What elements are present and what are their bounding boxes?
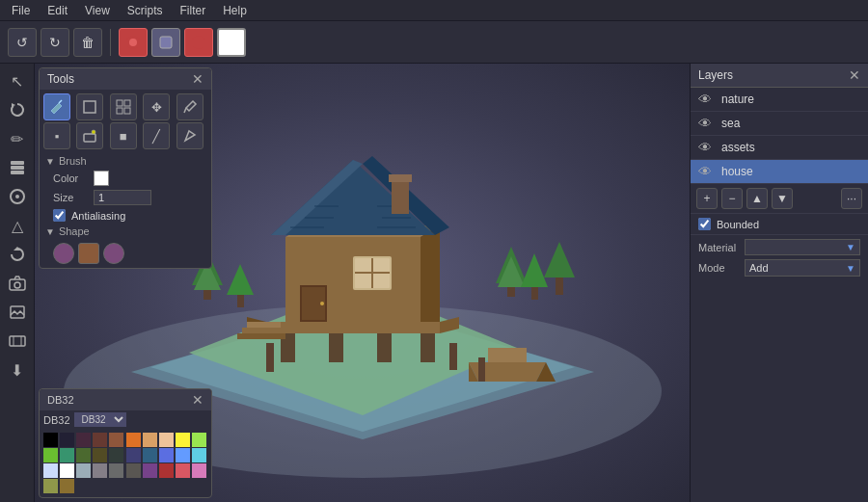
brush-btn-2[interactable]: [184, 28, 213, 57]
svg-rect-2: [160, 37, 172, 48]
palette-scheme-select[interactable]: DB32: [74, 412, 126, 427]
menu-scripts[interactable]: Scripts: [120, 2, 171, 19]
palette-color-16[interactable]: [143, 448, 157, 462]
brush-btn-1[interactable]: [151, 28, 180, 57]
download-icon[interactable]: ⬇: [4, 357, 31, 383]
eyedropper-tool-btn[interactable]: [176, 93, 203, 120]
move-tool-btn[interactable]: ✥: [143, 93, 170, 120]
palette-color-6[interactable]: [143, 433, 157, 447]
palette-color-5[interactable]: [126, 433, 141, 447]
material-dropdown[interactable]: ▼: [745, 239, 860, 255]
palette-color-29[interactable]: [192, 463, 206, 478]
rotate-icon[interactable]: [4, 96, 31, 123]
palette-color-2[interactable]: [76, 433, 91, 447]
tools-panel-close[interactable]: ✕: [192, 71, 203, 87]
pen-tool-btn[interactable]: [176, 122, 203, 149]
color-swatch[interactable]: [94, 171, 109, 186]
layer-item-sea[interactable]: 👁 sea: [691, 112, 868, 136]
menu-filter[interactable]: Filter: [173, 2, 214, 19]
palette-color-15[interactable]: [126, 448, 141, 462]
palette-color-30[interactable]: [43, 479, 58, 493]
palette-color-3[interactable]: [93, 433, 107, 447]
bounded-checkbox[interactable]: [698, 218, 711, 230]
redo-button[interactable]: ↻: [41, 28, 69, 57]
menu-edit[interactable]: Edit: [40, 2, 75, 19]
eraser-tool-btn[interactable]: [76, 122, 103, 149]
layer-item-nature[interactable]: 👁 nature: [691, 88, 868, 112]
menu-help[interactable]: Help: [215, 2, 255, 19]
palette-color-11[interactable]: [60, 448, 74, 462]
shape-diamond-btn[interactable]: [103, 243, 124, 264]
svg-marker-30: [521, 253, 548, 287]
cursor-icon[interactable]: ↖: [4, 67, 31, 94]
shape-row: [40, 239, 211, 268]
delete-button[interactable]: 🗑: [73, 28, 102, 57]
grid-tool-btn[interactable]: [110, 93, 137, 120]
layer-more-btn[interactable]: ···: [841, 188, 862, 209]
line-tool-btn[interactable]: ╱: [143, 122, 170, 149]
layer-up-btn[interactable]: ▲: [746, 188, 768, 209]
eye-icon-house[interactable]: 👁: [698, 164, 716, 179]
layer-down-btn[interactable]: ▼: [772, 188, 793, 209]
palette-color-24[interactable]: [109, 463, 123, 478]
layers-icon[interactable]: [4, 154, 31, 181]
mode-dropdown-arrow: ▼: [846, 263, 855, 274]
palette-color-22[interactable]: [76, 463, 91, 478]
layer-remove-btn[interactable]: −: [721, 188, 743, 209]
triangle-icon[interactable]: △: [4, 212, 31, 239]
layer-add-btn[interactable]: +: [696, 188, 718, 209]
palette-color-14[interactable]: [109, 448, 123, 462]
color-button[interactable]: [217, 28, 246, 57]
eye-icon-assets[interactable]: 👁: [698, 140, 716, 155]
palette-color-19[interactable]: [192, 448, 206, 462]
paint-button[interactable]: [119, 28, 148, 57]
palette-color-8[interactable]: [176, 433, 190, 447]
film-icon[interactable]: [4, 328, 31, 355]
palette-color-12[interactable]: [76, 448, 91, 462]
edit-icon[interactable]: ✏: [4, 125, 31, 152]
mode-dropdown[interactable]: Add ▼: [745, 259, 860, 277]
palette-color-25[interactable]: [126, 463, 141, 478]
palette-color-10[interactable]: [43, 448, 58, 462]
menu-view[interactable]: View: [77, 2, 118, 19]
eye-icon-sea[interactable]: 👁: [698, 116, 716, 131]
eye-icon-nature[interactable]: 👁: [698, 92, 716, 107]
palette-color-20[interactable]: [43, 463, 58, 478]
size-input[interactable]: [94, 190, 151, 205]
image-icon[interactable]: [4, 299, 31, 326]
palette-color-1[interactable]: [60, 433, 74, 447]
palette-color-7[interactable]: [159, 433, 174, 447]
palette-color-31[interactable]: [60, 479, 74, 493]
size-label: Size: [53, 192, 88, 203]
layer-item-house[interactable]: 👁 house: [691, 160, 868, 184]
palette-color-27[interactable]: [159, 463, 174, 478]
palette-close[interactable]: ✕: [192, 392, 203, 408]
palette-color-9[interactable]: [192, 433, 206, 447]
undo-button[interactable]: ↺: [8, 28, 37, 57]
layers-header: Layers ✕: [691, 64, 868, 88]
palette-color-26[interactable]: [143, 463, 157, 478]
shape-circle-btn[interactable]: [53, 243, 74, 264]
menu-file[interactable]: File: [4, 2, 38, 19]
palette-color-28[interactable]: [176, 463, 190, 478]
camera-icon[interactable]: [4, 270, 31, 297]
layer-item-assets[interactable]: 👁 assets: [691, 136, 868, 160]
antialiasing-checkbox[interactable]: [53, 209, 66, 222]
loop-icon[interactable]: [4, 241, 31, 268]
palette-color-17[interactable]: [159, 448, 174, 462]
palette-color-4[interactable]: [109, 433, 123, 447]
palette-icon[interactable]: [4, 183, 31, 210]
shape-square-btn[interactable]: [78, 243, 99, 264]
mode-label: Mode: [698, 262, 725, 274]
palette-color-18[interactable]: [176, 448, 190, 462]
palette-color-23[interactable]: [93, 463, 107, 478]
palette-color-0[interactable]: [43, 433, 58, 447]
layers-close[interactable]: ✕: [849, 67, 860, 83]
square-tool-btn[interactable]: ■: [110, 122, 137, 149]
fill-tool-btn[interactable]: ▪: [43, 122, 70, 149]
palette-color-13[interactable]: [93, 448, 107, 462]
canvas-area[interactable]: Tools ✕ ✥ ▪: [35, 64, 690, 502]
palette-color-21[interactable]: [60, 463, 74, 478]
rect-tool-btn[interactable]: [76, 93, 103, 120]
pencil-tool-btn[interactable]: [43, 93, 70, 120]
